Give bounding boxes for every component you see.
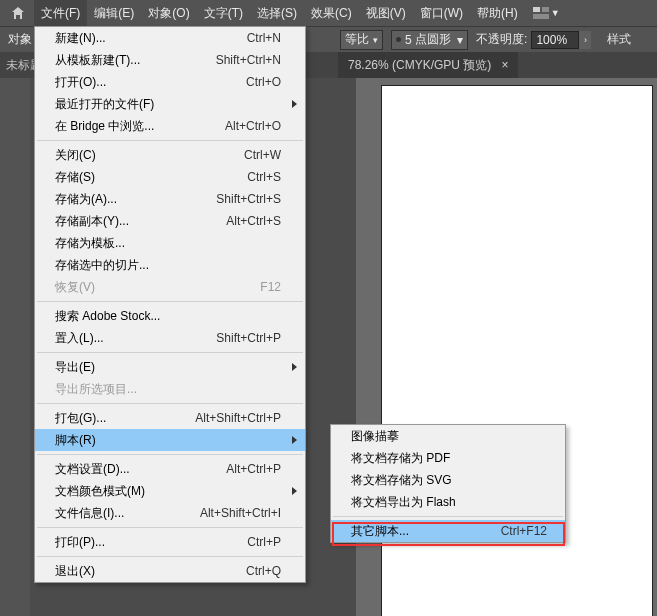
menu-item-label: 关闭(C) [55,147,244,164]
side-panel [0,78,30,616]
menu-item[interactable]: 退出(X)Ctrl+Q [35,560,305,582]
ratio-combo[interactable]: 等比▾ [340,30,383,50]
menu-view[interactable]: 视图(V) [359,0,413,26]
submenu-item-label: 其它脚本... [351,523,501,540]
menu-object[interactable]: 对象(O) [141,0,196,26]
menu-item[interactable]: 关闭(C)Ctrl+W [35,144,305,166]
submenu-item-label: 将文档导出为 Flash [351,494,547,511]
menu-item-shortcut: Ctrl+P [247,535,281,549]
separator [333,516,563,517]
menu-item-label: 恢复(V) [55,279,260,296]
menu-item[interactable]: 存储副本(Y)...Alt+Ctrl+S [35,210,305,232]
menu-item[interactable]: 存储选中的切片... [35,254,305,276]
menu-item-label: 置入(L)... [55,330,216,347]
menu-item-label: 存储(S) [55,169,247,186]
svg-rect-0 [533,7,540,12]
menu-item-label: 退出(X) [55,563,246,580]
menu-item[interactable]: 文件信息(I)...Alt+Shift+Ctrl+I [35,502,305,524]
menu-file[interactable]: 文件(F) [34,0,87,26]
menu-item[interactable]: 置入(L)...Shift+Ctrl+P [35,327,305,349]
menu-item-label: 新建(N)... [55,30,247,47]
doc-tab[interactable]: 78.26% (CMYK/GPU 预览) × [338,52,518,78]
menu-item[interactable]: 存储为(A)...Shift+Ctrl+S [35,188,305,210]
home-icon[interactable] [8,3,28,23]
menu-item-label: 打印(P)... [55,534,247,551]
menu-item-shortcut: Alt+Shift+Ctrl+P [195,411,281,425]
file-dropdown: 新建(N)...Ctrl+N从模板新建(T)...Shift+Ctrl+N打开(… [34,26,306,583]
separator [37,403,303,404]
menu-item[interactable]: 存储(S)Ctrl+S [35,166,305,188]
opacity-label: 不透明度: [476,31,527,48]
menu-item-shortcut: Alt+Ctrl+P [226,462,281,476]
menu-item-shortcut: Ctrl+Q [246,564,281,578]
menu-item-label: 打包(G)... [55,410,195,427]
layout-icon[interactable]: ▼ [533,7,560,19]
menu-item-label: 在 Bridge 中浏览... [55,118,225,135]
menu-item: 恢复(V)F12 [35,276,305,298]
point-combo[interactable]: 5 点圆形 ▾ [391,30,468,50]
menu-item[interactable]: 打印(P)...Ctrl+P [35,531,305,553]
menu-select[interactable]: 选择(S) [250,0,304,26]
svg-rect-2 [533,14,549,19]
style-label: 样式 [607,31,631,48]
menubar: 文件(F) 编辑(E) 对象(O) 文字(T) 选择(S) 效果(C) 视图(V… [0,0,657,26]
menu-item-shortcut: Shift+Ctrl+N [216,53,281,67]
menu-item-label: 打开(O)... [55,74,246,91]
svg-rect-1 [542,7,549,12]
menu-effect[interactable]: 效果(C) [304,0,359,26]
menu-item-shortcut: Ctrl+O [246,75,281,89]
menu-item-label: 文档颜色模式(M) [55,483,281,500]
menu-item[interactable]: 文档设置(D)...Alt+Ctrl+P [35,458,305,480]
menu-item-label: 存储选中的切片... [55,257,281,274]
menu-item[interactable]: 打开(O)...Ctrl+O [35,71,305,93]
menu-item[interactable]: 导出(E) [35,356,305,378]
menu-item[interactable]: 从模板新建(T)...Shift+Ctrl+N [35,49,305,71]
menu-item-shortcut: F12 [260,280,281,294]
opacity-input[interactable] [531,31,579,49]
menu-item-label: 搜索 Adobe Stock... [55,308,281,325]
submenu-item-label: 将文档存储为 PDF [351,450,547,467]
submenu-item[interactable]: 将文档存储为 PDF [331,447,565,469]
menu-item[interactable]: 搜索 Adobe Stock... [35,305,305,327]
menu-item-shortcut: Shift+Ctrl+S [216,192,281,206]
menu-item-label: 文件信息(I)... [55,505,200,522]
submenu-item[interactable]: 将文档存储为 SVG [331,469,565,491]
menu-item-label: 脚本(R) [55,432,281,449]
separator [37,556,303,557]
menu-item[interactable]: 脚本(R) [35,429,305,451]
menu-item-label: 存储副本(Y)... [55,213,226,230]
script-submenu: 图像描摹将文档存储为 PDF将文档存储为 SVG将文档导出为 Flash其它脚本… [330,424,566,543]
menu-edit[interactable]: 编辑(E) [87,0,141,26]
menu-item[interactable]: 文档颜色模式(M) [35,480,305,502]
menu-item-label: 最近打开的文件(F) [55,96,281,113]
separator [37,352,303,353]
submenu-item-label: 将文档存储为 SVG [351,472,547,489]
close-icon[interactable]: × [501,58,508,72]
menu-item[interactable]: 存储为模板... [35,232,305,254]
menu-window[interactable]: 窗口(W) [413,0,470,26]
menu-item-label: 从模板新建(T)... [55,52,216,69]
menu-item-label: 导出所选项目... [55,381,281,398]
menu-help[interactable]: 帮助(H) [470,0,525,26]
menu-item-shortcut: Ctrl+N [247,31,281,45]
dot-icon [396,37,401,42]
doc-tab-label: 78.26% (CMYK/GPU 预览) [348,57,491,74]
menu-item-shortcut: Ctrl+W [244,148,281,162]
toolbar-object-label: 对象 [8,31,32,48]
submenu-item[interactable]: 图像描摹 [331,425,565,447]
menu-item[interactable]: 打包(G)...Alt+Shift+Ctrl+P [35,407,305,429]
menu-item: 导出所选项目... [35,378,305,400]
menu-item-label: 导出(E) [55,359,281,376]
opacity-chevron[interactable]: › [579,31,591,49]
menu-item-label: 存储为模板... [55,235,281,252]
menu-item-shortcut: Alt+Ctrl+O [225,119,281,133]
separator [37,301,303,302]
submenu-item[interactable]: 将文档导出为 Flash [331,491,565,513]
menu-text[interactable]: 文字(T) [197,0,250,26]
separator [37,527,303,528]
submenu-item[interactable]: 其它脚本...Ctrl+F12 [331,520,565,542]
menu-item[interactable]: 在 Bridge 中浏览...Alt+Ctrl+O [35,115,305,137]
menu-item[interactable]: 新建(N)...Ctrl+N [35,27,305,49]
menu-item[interactable]: 最近打开的文件(F) [35,93,305,115]
submenu-item-label: 图像描摹 [351,428,547,445]
